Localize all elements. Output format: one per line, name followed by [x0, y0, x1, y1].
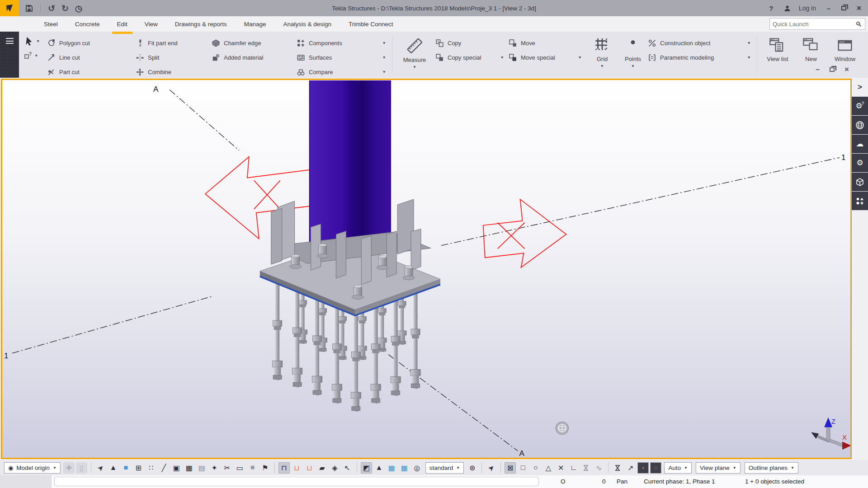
color-swatch-button[interactable]: ■ [120, 462, 132, 474]
caret-down-icon[interactable]: ▼ [382, 55, 391, 60]
move-button[interactable]: Move [509, 38, 586, 48]
restore-icon[interactable] [841, 6, 846, 10]
select-cursor-button[interactable]: ➤ [93, 460, 108, 475]
quick-launch-input[interactable] [773, 21, 855, 28]
snap-extension-button[interactable]: ⋈ [580, 462, 592, 474]
chain-link-2-button[interactable]: ⊔ [291, 462, 302, 474]
smart-select-button[interactable]: ➤ [483, 460, 499, 475]
tab-manage[interactable]: Manage [236, 16, 275, 32]
caret-down-icon[interactable]: ▼ [36, 39, 40, 43]
tekla-logo-icon[interactable] [0, 0, 19, 16]
save-icon[interactable] [25, 5, 33, 12]
mdi-close-icon[interactable]: × [844, 65, 849, 74]
history-icon[interactable]: ◷ [75, 3, 83, 14]
select-tool-button[interactable]: ▼ [24, 36, 47, 46]
grid-toggle-button[interactable]: ⊞ [133, 462, 144, 474]
layers-button[interactable]: ◈ [329, 462, 340, 474]
help-icon[interactable]: ? [767, 5, 776, 12]
anchor-bolt[interactable] [370, 300, 381, 403]
measure-small-button[interactable]: ◎ [411, 462, 423, 474]
chain-link-3-button[interactable]: ⊔ [304, 462, 315, 474]
caret-down-icon[interactable]: ▼ [631, 64, 635, 68]
settings-gear-icon[interactable]: ⚙ [852, 154, 868, 172]
grid-line-1-left[interactable] [12, 296, 212, 353]
redo-icon[interactable]: ↻ [61, 3, 69, 14]
select-filter-button[interactable]: ? ▼ [24, 52, 47, 60]
snap-center-button[interactable]: ○ [530, 462, 541, 474]
cloud-icon[interactable]: ☁ [852, 135, 868, 153]
added-material-button[interactable]: Added material [212, 52, 297, 62]
undo-icon[interactable]: ↺ [48, 3, 55, 14]
model-box-icon[interactable] [852, 173, 868, 191]
caret-down-icon[interactable]: ▼ [747, 55, 755, 60]
caret-down-icon[interactable]: ▼ [413, 65, 416, 69]
tab-drawings-reports[interactable]: Drawings & reports [166, 16, 236, 32]
fit-part-end-button[interactable]: Fit part end [136, 38, 212, 48]
caret-down-icon[interactable]: ▼ [34, 53, 38, 58]
snap-midpoint-button[interactable]: △ [542, 462, 554, 474]
search-icon[interactable]: 🔍︎ [855, 20, 862, 28]
tab-analysis-design[interactable]: Analysis & design [274, 16, 340, 32]
cone-point-button[interactable]: ▲ [373, 462, 385, 474]
grid-button[interactable]: Grid ▼ [586, 32, 618, 78]
tab-trimble-connect[interactable]: Trimble Connect [340, 16, 402, 32]
steel-column[interactable] [310, 80, 391, 247]
snap-perpendicular-button[interactable]: ∟ [568, 462, 579, 474]
delete-button[interactable]: ▯ [76, 462, 87, 474]
parametric-modeling-button[interactable]: Parametric modeling ▼ [648, 52, 755, 62]
window-select-button[interactable]: ▭ [234, 462, 245, 474]
polygon-cut-button[interactable]: Polygon cut [47, 38, 136, 48]
levels-button[interactable]: ≡ [247, 462, 258, 474]
quick-launch-box[interactable]: 🔍︎ [769, 18, 865, 30]
line-toggle-button[interactable]: ╱ [158, 462, 170, 474]
ortho-indicator[interactable]: O [561, 478, 566, 485]
rebar-cross-left[interactable] [254, 180, 280, 209]
caret-down-icon[interactable]: ▼ [382, 41, 391, 45]
view-list-button[interactable]: View list [759, 32, 797, 78]
snap-nearest-button[interactable]: ∿ [593, 462, 604, 474]
chain-link-1-button[interactable]: ⊓ [278, 462, 290, 474]
grid-line-1-right[interactable] [441, 158, 840, 246]
flag-button[interactable]: ⚑ [259, 462, 271, 474]
minimize-icon[interactable]: – [824, 5, 833, 12]
phase-indicator[interactable]: Current phase: 1, Phase 1 [644, 478, 715, 485]
anchor-bolt[interactable] [390, 293, 401, 396]
direct-modification-button[interactable]: ▲ [108, 462, 119, 474]
standard-dropdown[interactable]: standard▼ [425, 462, 464, 474]
auto-dropdown[interactable]: Auto▼ [664, 462, 692, 474]
caret-down-icon[interactable]: ▼ [747, 41, 755, 45]
snap-free-button[interactable]: ↗ [625, 462, 636, 474]
mdi-restore-icon[interactable] [830, 67, 835, 72]
chamfer-edge-button[interactable]: Chamfer edge [212, 38, 297, 48]
tab-concrete[interactable]: Concrete [66, 16, 108, 32]
wand-button[interactable]: ✦ [209, 462, 220, 474]
snap-points-button[interactable]: ⊠ [505, 462, 516, 474]
ortho-toggle-button[interactable]: ▪ [637, 462, 649, 474]
components-catalog-icon[interactable] [852, 192, 868, 210]
login-link[interactable]: Log in [799, 5, 816, 12]
caret-down-icon[interactable]: ▼ [578, 55, 586, 60]
tab-view[interactable]: View [136, 16, 166, 32]
rebar-arrow-left[interactable] [205, 157, 311, 239]
component-grid-2-button[interactable]: ▦ [399, 462, 410, 474]
move-special-button[interactable]: Move special ▼ [509, 52, 586, 62]
anchor-bolt[interactable] [272, 277, 283, 380]
settings-help-icon[interactable]: ⚙? [852, 97, 868, 115]
model-viewport[interactable]: A A 1 1 [0, 78, 852, 460]
points-toggle-button[interactable]: ∷ [146, 462, 157, 474]
grid-light-button[interactable]: ▤ [196, 462, 208, 474]
grid-line-a-upper[interactable] [170, 90, 239, 150]
user-icon[interactable] [784, 5, 791, 12]
grid-dense-button[interactable]: ▦ [184, 462, 195, 474]
grid-line-a-lower[interactable] [388, 355, 518, 451]
main-menu-strip[interactable] [0, 32, 19, 78]
mdi-minimize-icon[interactable]: – [816, 66, 820, 74]
plate-tool-button[interactable]: ▰ [316, 462, 328, 474]
dotted-grid-button[interactable]: ⊛ [467, 462, 478, 474]
split-button[interactable]: Split [136, 52, 212, 62]
jump-tool-button[interactable]: ↖ [342, 462, 353, 474]
view-plane-dropdown[interactable]: View plane▼ [696, 462, 741, 474]
snap-any-button[interactable]: ⋈ [612, 462, 623, 474]
tab-edit[interactable]: Edit [108, 16, 136, 32]
snap-endpoint-button[interactable]: □ [517, 462, 528, 474]
